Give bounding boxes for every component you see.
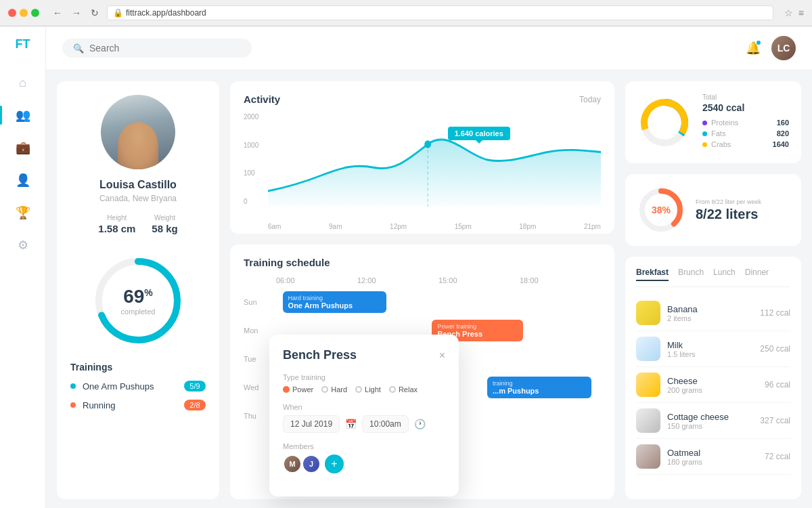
block-name-wed2: ...m Pushups xyxy=(493,387,586,395)
day-sun: Sun xyxy=(244,298,271,306)
modal-members-field: Members M J + xyxy=(283,442,445,473)
activity-header: Activity Today xyxy=(244,93,601,105)
block-pushups-wed[interactable]: training ...m Pushups xyxy=(487,377,591,398)
sidebar-item-people[interactable]: 👥 xyxy=(0,100,45,130)
trainings-section: Trainings One Arm Pushups 5/9 Running 2/… xyxy=(70,362,206,419)
back-button[interactable]: ← xyxy=(50,6,65,20)
donut-wrap xyxy=(637,96,692,150)
time-0600: 06:00 xyxy=(276,276,357,284)
notification-button[interactable]: 🔔 xyxy=(746,41,761,56)
search-icon: 🔍 xyxy=(73,43,84,54)
y-1000: 1000 xyxy=(244,142,258,149)
cheese-portion: 200 grams xyxy=(667,386,758,394)
dot-red[interactable] xyxy=(8,9,16,17)
banana-cal: 112 ccal xyxy=(760,308,790,318)
block-type-mon: Power training xyxy=(437,323,517,330)
app-logo: FT xyxy=(16,37,30,51)
chart-area: 2000 1000 100 0 1.640 calories xyxy=(244,113,601,221)
user-avatar[interactable]: LC xyxy=(771,36,796,60)
time-input[interactable]: 10:00am xyxy=(362,415,409,433)
member-1: M xyxy=(283,454,302,473)
day-mon: Mon xyxy=(244,326,271,335)
tab-lunch[interactable]: Lunch xyxy=(713,268,736,281)
legend-total-label: Total xyxy=(702,93,789,101)
block-type-sun: Hard training xyxy=(288,295,382,301)
block-one-arm[interactable]: Hard training One Arm Pushups xyxy=(283,291,387,313)
sidebar-item-trophy[interactable]: 🏆 xyxy=(0,198,45,228)
tab-brekfast[interactable]: Brekfast xyxy=(636,268,669,281)
dot-yellow[interactable] xyxy=(20,9,28,17)
banana-thumb xyxy=(636,301,660,325)
dot-green[interactable] xyxy=(31,9,39,17)
oatmeal-portion: 180 grams xyxy=(667,458,758,466)
profile-location: Canada, New Bryana xyxy=(99,194,177,203)
reload-button[interactable]: ↻ xyxy=(88,6,102,20)
x-6am: 6am xyxy=(268,223,281,230)
day-tue: Tue xyxy=(244,355,271,363)
tab-dinner[interactable]: Dinner xyxy=(745,268,769,281)
crabs-dot xyxy=(702,142,707,147)
bench-press-modal: Bench Press × Type training Power Hard xyxy=(269,335,459,496)
time-1200: 12:00 xyxy=(357,276,438,284)
y-0: 0 xyxy=(244,198,258,205)
add-member-button[interactable]: + xyxy=(325,454,344,473)
activity-card: Activity Today 2000 1000 100 0 1.640 cal… xyxy=(230,81,614,234)
when-label: When xyxy=(283,403,445,411)
type-light[interactable]: Light xyxy=(355,385,381,394)
legend-crabs: Crabs 1640 xyxy=(702,140,789,148)
water-percentage: 38% xyxy=(652,205,671,215)
donut-svg xyxy=(637,96,692,150)
training-item-1[interactable]: One Arm Pushups 5/9 xyxy=(70,381,206,391)
stat-height: Height 1.58 cm xyxy=(98,214,135,234)
menu-icon[interactable]: ≡ xyxy=(798,7,804,18)
tab-brunch[interactable]: Brunch xyxy=(678,268,704,281)
settings-icon: ⚙ xyxy=(18,238,28,253)
browser-chrome: ← → ↻ 🔒 fittrack.app/dashboard ☆ ≡ xyxy=(0,0,812,26)
sidebar: FT ⌂ 👥 💼 👤 🏆 ⚙ xyxy=(0,26,46,508)
training-dot-2 xyxy=(70,402,76,408)
search-box[interactable]: 🔍 xyxy=(62,39,252,58)
type-radio-group: Power Hard Light Relax xyxy=(283,385,445,394)
block-name-sun: One Arm Pushups xyxy=(288,301,382,310)
sidebar-item-briefcase[interactable]: 💼 xyxy=(0,133,45,163)
top-bar: 🔍 🔔 LC xyxy=(46,26,812,70)
type-hard[interactable]: Hard xyxy=(321,385,347,394)
schedule-title: Training schedule xyxy=(244,257,330,268)
nutrition-legend: Total 2540 ccal Proteins 160 Fats 820 xyxy=(702,93,789,151)
fats-label: Fats xyxy=(711,129,773,137)
type-power[interactable]: Power xyxy=(283,385,313,394)
height-value: 1.58 cm xyxy=(98,223,135,234)
meal-banana: Banana 2 items 112 ccal xyxy=(636,295,790,331)
members-row: M J + xyxy=(283,454,445,473)
activity-title: Activity xyxy=(244,93,280,105)
date-row: 12 Jul 2019 📅 10:00am 🕐 xyxy=(283,415,445,433)
legend-total-value: 2540 ccal xyxy=(702,102,789,113)
activity-period[interactable]: Today xyxy=(579,95,601,104)
cottage-info: Cottage cheese 150 grams xyxy=(667,412,753,430)
sidebar-item-home[interactable]: ⌂ xyxy=(0,68,45,98)
nutrition-card: Total 2540 ccal Proteins 160 Fats 820 xyxy=(625,81,801,163)
cheese-info: Cheese 200 grams xyxy=(667,376,758,394)
date-input[interactable]: 12 Jul 2019 xyxy=(283,415,340,433)
browser-dots xyxy=(8,9,39,17)
forward-button[interactable]: → xyxy=(69,6,84,20)
type-relax[interactable]: Relax xyxy=(389,385,418,394)
time-1500: 15:00 xyxy=(438,276,520,284)
schedule-header: Training schedule xyxy=(244,257,601,268)
fats-dot xyxy=(702,131,707,136)
crabs-label: Crabs xyxy=(711,140,769,148)
y-2000: 2000 xyxy=(244,113,258,121)
cottage-portion: 150 grams xyxy=(667,422,753,430)
trainings-title: Trainings xyxy=(70,362,206,373)
milk-info: Milk 1.5 liters xyxy=(667,340,753,358)
cheese-thumb xyxy=(636,373,660,397)
sidebar-item-settings[interactable]: ⚙ xyxy=(0,230,45,260)
modal-title: Bench Press xyxy=(283,348,357,362)
progress-text: 69% completed xyxy=(121,286,156,316)
address-bar[interactable]: 🔒 fittrack.app/dashboard xyxy=(107,5,773,20)
star-icon[interactable]: ☆ xyxy=(784,7,793,18)
training-item-2[interactable]: Running 2/8 xyxy=(70,400,206,410)
modal-close-button[interactable]: × xyxy=(439,350,445,362)
search-input[interactable] xyxy=(89,43,241,54)
sidebar-item-user[interactable]: 👤 xyxy=(0,165,45,195)
